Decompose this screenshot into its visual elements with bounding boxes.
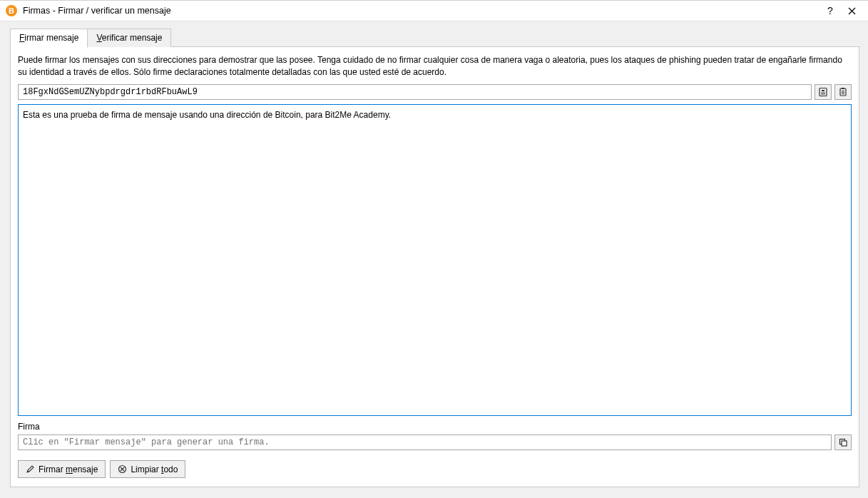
tab-sign-rest: irmar mensaje [24, 33, 78, 43]
window-title: Firmas - Firmar / verificar un mensaje [23, 6, 820, 16]
action-row: Firmar mensaje Limpiar todo [18, 460, 852, 478]
address-row [18, 84, 852, 100]
address-book-icon [818, 87, 828, 97]
pen-icon [26, 464, 35, 474]
svg-rect-3 [842, 88, 844, 89]
paste-button[interactable] [834, 84, 852, 100]
sign-panel: Puede firmar los mensajes con sus direcc… [10, 46, 859, 487]
help-button[interactable]: ? [820, 2, 841, 19]
close-icon [848, 7, 856, 15]
copy-signature-button[interactable] [834, 435, 852, 450]
tab-verify-rest: erificar mensaje [102, 33, 163, 43]
tab-sign-message[interactable]: Firmar mensaje [10, 29, 88, 48]
info-text: Puede firmar los mensajes con sus direcc… [18, 54, 852, 78]
clear-button-label: Limpiar todo [131, 464, 178, 474]
sign-message-button[interactable]: Firmar mensaje [18, 460, 106, 478]
clipboard-icon [838, 87, 848, 97]
close-button[interactable] [841, 2, 862, 19]
titlebar: B Firmas - Firmar / verificar un mensaje… [0, 0, 868, 21]
signature-label: Firma [18, 422, 852, 432]
tab-bar: Firmar mensaje Verificar mensaje [10, 29, 859, 47]
sign-button-label: Firmar mensaje [39, 464, 98, 474]
dialog-body: Firmar mensaje Verificar mensaje Puede f… [0, 21, 868, 498]
address-book-button[interactable] [815, 84, 832, 100]
signature-row [18, 435, 852, 450]
address-input[interactable] [18, 84, 812, 100]
tab-verify-message[interactable]: Verificar mensaje [87, 29, 171, 47]
help-icon: ? [827, 5, 833, 16]
tab-verify-underline: V [96, 33, 101, 43]
copy-icon [838, 437, 848, 447]
svg-rect-5 [842, 441, 847, 446]
message-textarea[interactable]: Esta es una prueba de firma de mensaje u… [18, 104, 852, 416]
cancel-icon [118, 464, 127, 474]
signature-output[interactable] [18, 435, 832, 450]
clear-all-button[interactable]: Limpiar todo [110, 460, 185, 478]
bitcoin-app-icon: B [6, 5, 17, 16]
svg-rect-1 [822, 90, 824, 91]
svg-rect-0 [820, 88, 827, 96]
